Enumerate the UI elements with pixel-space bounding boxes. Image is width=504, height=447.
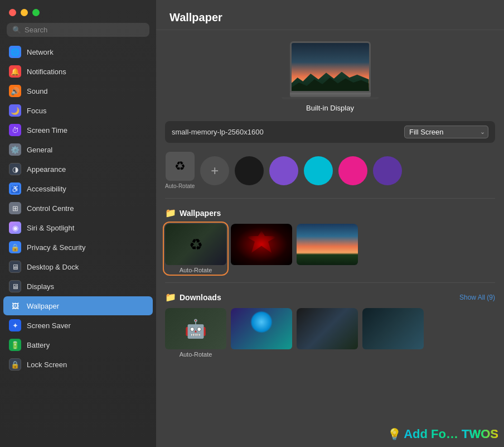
sidebar-label-appearance: Appearance [27, 165, 66, 174]
add-color-button[interactable]: + [200, 156, 229, 185]
watermark-text: Add Fo… TWOS [404, 427, 498, 441]
sidebar-item-notifications[interactable]: 🔔 Notifications [3, 62, 153, 81]
sidebar-icon-glyph-lockscreen: 🔒 [11, 361, 20, 369]
wallpapers-grid: ♻ Auto-Rotate [165, 224, 495, 273]
sidebar-icon-general: ⚙️ [9, 143, 21, 156]
download-thumb-1[interactable]: 🤖 Auto-Rotate [165, 308, 226, 358]
sidebar-icon-desktop: 🖥 [9, 261, 21, 273]
main-panel: Wallpaper Built-in Display small-memory-… [156, 0, 504, 447]
download-thumb-img-3 [297, 308, 358, 349]
wallpapers-header: 📁 Wallpapers [165, 208, 495, 218]
search-bar[interactable]: 🔍 [7, 23, 149, 37]
sidebar-icon-glyph-screensaver: ✦ [12, 321, 18, 330]
color-circle-pink[interactable] [338, 156, 367, 185]
sidebar-label-screensaver: Screen Saver [27, 321, 71, 330]
color-circle-black[interactable] [235, 156, 264, 185]
minimize-button[interactable] [21, 9, 28, 16]
watermark-icon: 💡 [387, 427, 401, 441]
sidebar-label-focus: Focus [27, 107, 46, 115]
sidebar-icon-glyph-notifications: 🔔 [11, 68, 20, 76]
wallpapers-section: 📁 Wallpapers ♻ Auto-Rotate [156, 208, 504, 282]
sidebar-icon-focus: 🌙 [9, 104, 21, 117]
sidebar-item-desktop[interactable]: 🖥 Desktop & Dock [3, 257, 153, 276]
sidebar-label-controlcentre: Control Centre [27, 204, 74, 213]
wallpaper-thumb-2[interactable] [231, 224, 292, 273]
sidebar-icon-glyph-wallpaper: 🖼 [12, 302, 19, 310]
sidebar-item-general[interactable]: ⚙️ General [3, 140, 153, 159]
watermark: 💡 Add Fo… TWOS [387, 427, 498, 441]
color-circle-indigo[interactable] [373, 156, 402, 185]
sidebar-label-sound: Sound [27, 87, 48, 95]
wallpaper-thumb-img-2 [231, 224, 292, 265]
sidebar-label-wallpaper: Wallpaper [27, 302, 59, 310]
downloads-grid: 🤖 Auto-Rotate [165, 308, 495, 358]
download-thumb-3[interactable] [297, 308, 358, 358]
sidebar-item-siri[interactable]: ◉ Siri & Spotlight [3, 218, 153, 237]
sidebar-icon-controlcentre: ⊞ [9, 202, 21, 214]
sidebar-label-accessibility: Accessibility [27, 185, 66, 193]
wallpapers-folder-icon: 📁 [165, 208, 176, 218]
search-icon: 🔍 [12, 26, 21, 34]
sidebar-item-privacy[interactable]: 🔒 Privacy & Security [3, 238, 153, 257]
sidebar-item-screensaver[interactable]: ✦ Screen Saver [3, 316, 153, 335]
sidebar-icon-accessibility: ♿ [9, 182, 21, 195]
laptop-screen [290, 41, 371, 93]
sidebar-icon-network: 🌐 [9, 46, 21, 58]
auto-rotate-top-label: Auto-Rotate [165, 183, 195, 189]
show-all-button[interactable]: Show All (9) [459, 294, 495, 301]
sidebar-icon-glyph-accessibility: ♿ [11, 185, 20, 193]
download-thumb-4[interactable] [362, 308, 424, 358]
wallpaper-thumb-img-3 [297, 224, 358, 265]
sidebar-icon-glyph-appearance: ◑ [12, 165, 18, 174]
download-thumb-2[interactable] [231, 308, 292, 358]
sidebar-icon-lockscreen: 🔒 [9, 358, 21, 371]
wallpapers-title: Wallpapers [180, 209, 221, 218]
wallpaper-selector: small-memory-lp-2560x1600 Fill ScreenFit… [165, 121, 495, 143]
sidebar-item-appearance[interactable]: ◑ Appearance [3, 160, 153, 179]
search-input[interactable] [25, 26, 144, 34]
sidebar-icon-wallpaper: 🖼 [9, 300, 21, 312]
wallpaper-thumb-3[interactable] [297, 224, 358, 273]
style-row: ♻ Auto-Rotate + [156, 152, 504, 198]
download-thumb-label-1: Auto-Rotate [165, 351, 226, 358]
wallpaper-thumb-label-1: Auto-Rotate [165, 267, 226, 273]
sidebar-icon-glyph-desktop: 🖥 [12, 263, 19, 271]
close-button[interactable] [9, 9, 16, 16]
main-header: Wallpaper [156, 0, 504, 30]
sidebar-item-screentime[interactable]: ⏱ Screen Time [3, 121, 153, 140]
sidebar-icon-appearance: ◑ [9, 163, 21, 175]
sidebar-icon-privacy: 🔒 [9, 241, 21, 253]
color-circle-purple[interactable] [269, 156, 298, 185]
laptop-frame [290, 41, 371, 99]
sidebar-item-wallpaper[interactable]: 🖼 Wallpaper [3, 296, 153, 315]
sidebar-icon-glyph-controlcentre: ⊞ [12, 204, 18, 213]
sidebar-item-network[interactable]: 🌐 Network [3, 42, 153, 61]
sidebar-item-battery[interactable]: 🔋 Battery [3, 335, 153, 354]
sidebar-icon-glyph-battery: 🔋 [11, 341, 20, 349]
color-circle-cyan[interactable] [304, 156, 333, 185]
sidebar-icon-glyph-privacy: 🔒 [11, 243, 20, 252]
sidebar-label-notifications: Notifications [27, 68, 66, 76]
page-title: Wallpaper [169, 11, 222, 23]
sidebar-item-lockscreen[interactable]: 🔒 Lock Screen [3, 355, 153, 374]
download-thumb-img-2 [231, 308, 292, 349]
sidebar-label-network: Network [27, 48, 54, 56]
traffic-lights [0, 0, 156, 23]
sidebar-icon-screentime: ⏱ [9, 124, 21, 136]
sidebar-item-accessibility[interactable]: ♿ Accessibility [3, 179, 153, 198]
sidebar-item-displays[interactable]: 🖥 Displays [3, 277, 153, 296]
sidebar-item-focus[interactable]: 🌙 Focus [3, 101, 153, 120]
sidebar-item-controlcentre[interactable]: ⊞ Control Centre [3, 199, 153, 218]
sidebar-icon-glyph-sound: 🔊 [11, 87, 20, 95]
sidebar-icon-glyph-displays: 🖥 [12, 282, 19, 291]
sidebar-label-battery: Battery [27, 341, 50, 349]
separator-2 [165, 282, 495, 283]
sidebar-icon-glyph-screentime: ⏱ [12, 126, 19, 134]
maximize-button[interactable] [32, 9, 40, 16]
fill-screen-select[interactable]: Fill ScreenFit to ScreenStretch to Fill … [404, 126, 488, 138]
download-thumb-img-4 [362, 308, 424, 349]
sidebar-list: 🌐 Network 🔔 Notifications 🔊 Sound 🌙 Focu… [0, 42, 156, 447]
sidebar-item-sound[interactable]: 🔊 Sound [3, 81, 153, 100]
wallpaper-thumb-1[interactable]: ♻ Auto-Rotate [165, 224, 226, 273]
auto-rotate-top-btn[interactable]: ♻ Auto-Rotate [165, 152, 195, 189]
